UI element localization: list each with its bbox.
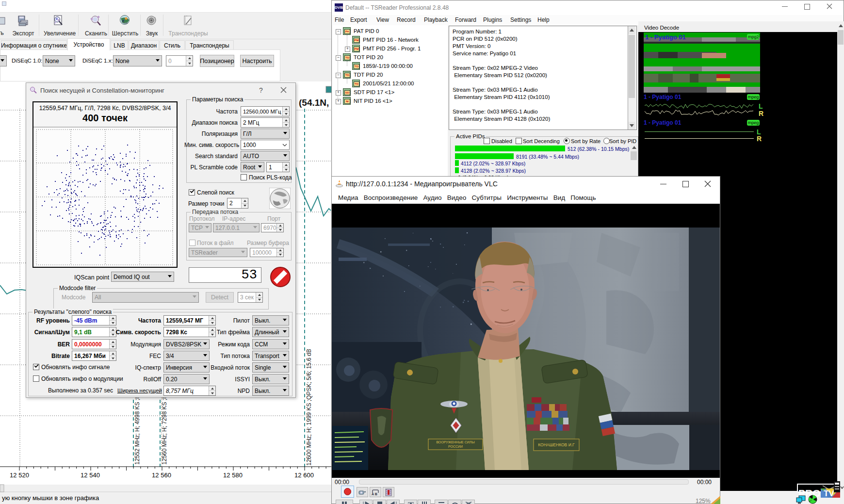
svg-text:A B: A B: [372, 492, 377, 496]
svg-text:ВООРУЖЕННЫЕ СИЛЫ: ВООРУЖЕННЫЕ СИЛЫ: [436, 440, 474, 444]
svg-text:ую кнопку мышки в зоне графика: ую кнопку мышки в зоне графика: [2, 494, 99, 502]
svg-text:КОНАШЕНКОВ И.Г: КОНАШЕНКОВ И.Г: [538, 442, 575, 447]
svg-text:12 520: 12 520: [10, 471, 29, 479]
svg-text:12 600: 12 600: [294, 471, 314, 479]
svg-text:(54.1N,: (54.1N,: [299, 98, 329, 108]
svg-text:TV: TV: [824, 489, 834, 498]
svg-text:12600 MHz; H; 1999 KS ;QPSK; 5: 12600 MHz; H; 1999 KS ;QPSK; 5/6; 15.6 d…: [306, 349, 312, 466]
svg-text:РОССИИ: РОССИИ: [448, 445, 463, 448]
svg-text:L: L: [759, 102, 763, 110]
svg-text:12 560: 12 560: [152, 471, 171, 479]
svg-text:mpg2: mpg2: [748, 34, 759, 39]
svg-text:12 580: 12 580: [223, 471, 243, 479]
svg-text:12560 MHz; H; 7298 KS ;8P: 12560 MHz; H; 7298 KS ;8P: [161, 391, 168, 465]
svg-text:12 540: 12 540: [81, 471, 100, 479]
svg-text:R: R: [759, 110, 763, 117]
svg-text:12552 MHz; H; 4998 KS ;8P: 12552 MHz; H; 4998 KS ;8P: [134, 391, 141, 465]
svg-text:1 - Pyatigo 01: 1 - Pyatigo 01: [645, 33, 686, 41]
